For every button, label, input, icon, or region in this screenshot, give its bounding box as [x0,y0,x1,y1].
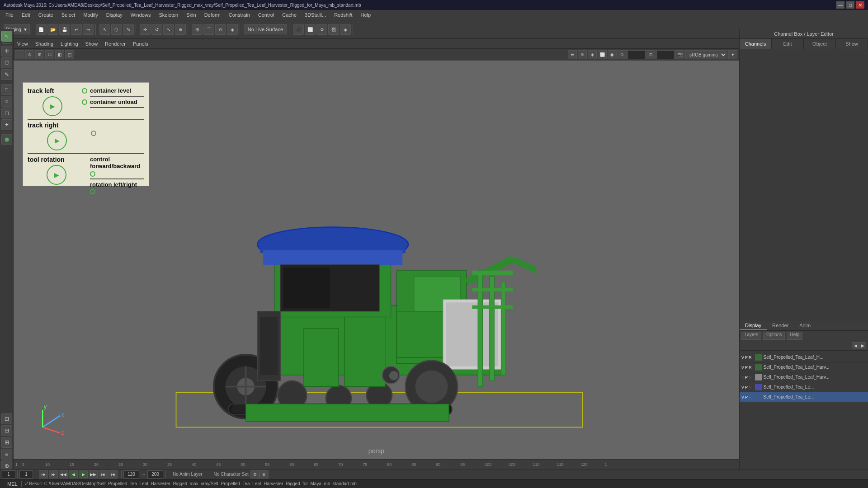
select-mode-button[interactable]: ↖ [1,31,12,42]
menu-modify[interactable]: Modify [80,11,101,19]
layer-4-v[interactable]: V [741,395,744,399]
move-tool-button[interactable]: ✛ [140,24,151,35]
show-tab[interactable]: Show [836,39,868,49]
vp-menu-view[interactable]: View [14,40,32,47]
char-settings-button[interactable]: ⚙ [250,470,259,479]
vi-aspect-button[interactable]: ⊡ [646,50,656,59]
vi-grid-button[interactable]: ⊞ [35,50,44,59]
current-frame-input[interactable] [2,470,15,479]
new-file-button[interactable]: 📄 [36,24,47,35]
menu-control[interactable]: Control [255,11,278,19]
anim-next-key-button[interactable]: ⏭ [99,470,108,479]
snap-point-button[interactable]: ⊙ [215,24,226,35]
anim-prev-key-button[interactable]: ⏭ [49,470,58,479]
menu-constrain[interactable]: Constrain [225,11,254,19]
anim-prev-button[interactable]: ◀ [69,470,78,479]
vi-mode-button[interactable]: ⊙ [618,50,627,59]
layer-4-p[interactable]: P [745,395,748,399]
menu-cache[interactable]: Cache [278,11,300,19]
end-frame-input[interactable] [123,470,139,479]
edit-tab[interactable]: Edit [772,39,804,49]
vp-menu-lighting[interactable]: Lighting [57,40,82,47]
vi-xray-button[interactable]: ☐ [45,50,54,59]
color-profile-dropdown[interactable]: sRGB gamma [685,50,727,59]
display-tab[interactable]: Display [740,321,767,330]
menu-display[interactable]: Display [103,11,126,19]
paint-sel-button[interactable]: ✎ [123,24,134,35]
cube-button[interactable]: ◻ [1,108,12,118]
layer-row-0[interactable]: V P R Self_Propelled_Tea_Leaf_H... [740,352,868,362]
maximize-button[interactable]: □ [846,1,854,9]
layer-3-r[interactable]: R [749,385,752,389]
menu-file[interactable]: File [2,11,17,19]
start-frame-input[interactable] [19,470,33,479]
viewport-scene[interactable]: x z y persp track left ▶ [14,61,739,469]
vi-shading-mode[interactable]: ◈ [588,50,597,59]
select-tool-button[interactable]: ↖ [99,24,110,35]
vi-snap-button[interactable]: ⊕ [578,50,587,59]
vi-shading-button[interactable]: ◧ [55,50,64,59]
menu-skeleton[interactable]: Skeleton [155,11,182,19]
layer-row-3[interactable]: V P R Self_Propelled_Tea_Le... [740,382,868,392]
sphere-button[interactable]: ○ [1,96,12,107]
menu-create[interactable]: Create [35,11,57,19]
hypershade-button[interactable]: ◈ [340,24,351,35]
layer-row-1[interactable]: V P R Self_Propelled_Tea_Leaf_Harv... [740,362,868,372]
camera-value-input[interactable]: 0.00 [627,50,646,59]
snap-surface-button[interactable]: ◈ [227,24,238,35]
poly-select-button[interactable]: □ [1,84,12,95]
vp-menu-panels[interactable]: Panels [129,40,152,47]
save-file-button[interactable]: 💾 [59,24,70,35]
layer-1-p[interactable]: P [745,365,748,370]
layer-row-2[interactable]: V P R Self_Propelled_Tea_Leaf_Harv... [740,372,868,382]
vi-cam-icon[interactable]: 📷 [675,50,684,59]
cv-button[interactable]: ✦ [1,119,12,130]
object-tab[interactable]: Object [804,39,836,49]
layers-sub-tab[interactable]: Layers [741,332,761,340]
color-button[interactable]: ⬟ [1,134,12,145]
extra-tool-4[interactable]: ≡ [1,449,12,460]
snap-curve-button[interactable]: ⌒ [203,24,214,35]
window-controls[interactable]: — □ ✕ [836,1,864,9]
anim-end-button[interactable]: ⏭ [108,470,118,479]
nav-back-button[interactable]: ◀ [852,342,859,349]
layer-0-r[interactable]: R [749,355,752,360]
menu-skin[interactable]: Skin [183,11,199,19]
vi-wireframe-button[interactable]: ⬜ [598,50,607,59]
options-sub-tab[interactable]: Options [763,332,785,340]
layer-3-p[interactable]: P [745,385,748,389]
menu-help[interactable]: Help [357,11,374,19]
vi-select-button[interactable]: ☰ [568,50,577,59]
undo-button[interactable]: ↩ [71,24,82,35]
extra-tool-1[interactable]: ⊡ [1,413,12,424]
close-button[interactable]: ✕ [856,1,864,9]
menu-redshift[interactable]: Redshift [330,11,356,19]
vi-camera-button[interactable]: 🎥 [15,50,24,59]
layer-3-v[interactable]: V [741,385,744,389]
menu-select[interactable]: Select [58,11,79,19]
menu-edit[interactable]: Edit [18,11,34,19]
redo-button[interactable]: ↪ [83,24,94,35]
render-view-button[interactable]: 🖼 [328,24,339,35]
extra-tool-2[interactable]: ⊟ [1,425,12,436]
paint-mode-button[interactable]: ✎ [1,69,12,80]
anim-next-frame-button[interactable]: ▶▶ [89,470,98,479]
timeline-ruler[interactable]: 1 5 10 15 20 25 30 35 40 45 50 55 60 65 … [14,459,739,469]
anim-start-button[interactable]: ⏮ [39,470,48,479]
minimize-button[interactable]: — [836,1,844,9]
vi-profile-btn[interactable]: ▼ [728,50,737,59]
vi-isolate-button[interactable]: ⊙ [25,50,34,59]
anim-prev-frame-button[interactable]: ◀◀ [59,470,68,479]
vi-smooth-button[interactable]: ◉ [608,50,617,59]
universal-manip-button[interactable]: ⊕ [175,24,186,35]
menu-deform[interactable]: Deform [201,11,224,19]
vp-menu-renderer[interactable]: Renderer [101,40,129,47]
viewport[interactable]: View Shading Lighting Show Renderer Pane… [14,39,739,469]
vp-menu-shading[interactable]: Shading [32,40,57,47]
menu-3dstalli[interactable]: 3DStalli... [301,11,330,19]
layer-4-r[interactable]: R [749,395,752,399]
layer-2-v[interactable]: V [741,375,744,380]
anim-tab[interactable]: Anim [794,321,816,330]
move-mode-button[interactable]: ✛ [1,46,12,56]
help-sub-tab[interactable]: Help [787,332,802,340]
